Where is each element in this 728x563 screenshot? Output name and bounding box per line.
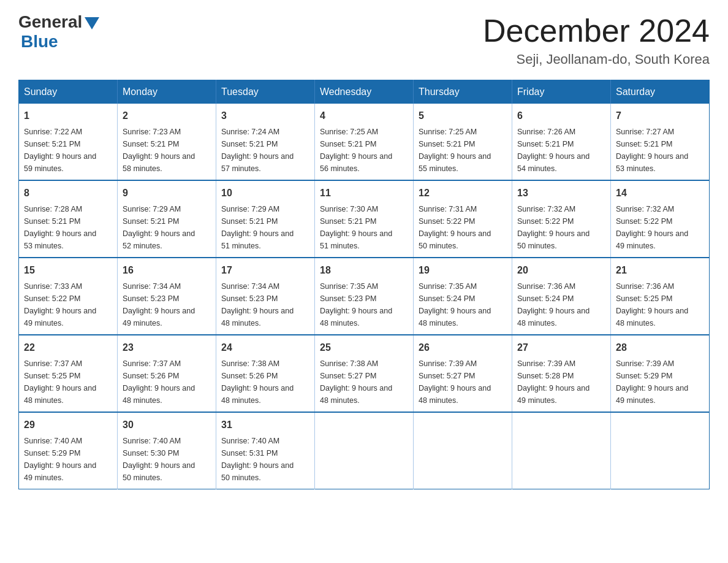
day-info: Sunrise: 7:29 AMSunset: 5:21 PMDaylight:…	[221, 203, 309, 252]
calendar-cell: 11Sunrise: 7:30 AMSunset: 5:21 PMDayligh…	[315, 180, 414, 258]
day-number: 21	[616, 263, 704, 278]
day-info: Sunrise: 7:28 AMSunset: 5:21 PMDaylight:…	[24, 203, 112, 252]
calendar-cell: 26Sunrise: 7:39 AMSunset: 5:27 PMDayligh…	[414, 335, 512, 412]
day-number: 1	[24, 109, 112, 123]
day-number: 24	[221, 340, 309, 355]
calendar-cell: 23Sunrise: 7:37 AMSunset: 5:26 PMDayligh…	[118, 335, 216, 412]
calendar-cell: 21Sunrise: 7:36 AMSunset: 5:25 PMDayligh…	[611, 258, 710, 335]
month-title: December 2024	[483, 12, 710, 49]
day-number: 19	[419, 263, 507, 278]
day-number: 6	[517, 109, 605, 123]
day-number: 11	[320, 186, 408, 201]
day-info: Sunrise: 7:34 AMSunset: 5:23 PMDaylight:…	[123, 280, 211, 329]
day-info: Sunrise: 7:25 AMSunset: 5:21 PMDaylight:…	[419, 126, 507, 175]
day-number: 26	[419, 340, 507, 355]
calendar-cell: 8Sunrise: 7:28 AMSunset: 5:21 PMDaylight…	[19, 180, 118, 258]
logo-blue-text: Blue	[21, 32, 58, 52]
calendar-cell: 29Sunrise: 7:40 AMSunset: 5:29 PMDayligh…	[19, 412, 118, 489]
day-number: 7	[616, 109, 704, 123]
calendar-cell: 19Sunrise: 7:35 AMSunset: 5:24 PMDayligh…	[414, 258, 512, 335]
day-info: Sunrise: 7:25 AMSunset: 5:21 PMDaylight:…	[320, 126, 408, 175]
day-number: 8	[24, 186, 112, 201]
day-number: 10	[221, 186, 309, 201]
calendar-cell: 18Sunrise: 7:35 AMSunset: 5:23 PMDayligh…	[315, 258, 414, 335]
day-number: 31	[221, 418, 309, 432]
day-info: Sunrise: 7:38 AMSunset: 5:27 PMDaylight:…	[320, 358, 408, 407]
logo: General Blue	[18, 12, 99, 52]
day-info: Sunrise: 7:23 AMSunset: 5:21 PMDaylight:…	[123, 126, 211, 175]
calendar-cell	[512, 412, 611, 489]
calendar-cell: 13Sunrise: 7:32 AMSunset: 5:22 PMDayligh…	[512, 180, 611, 258]
calendar-header-saturday: Saturday	[611, 80, 710, 104]
location-title: Seji, Jeollanam-do, South Korea	[483, 52, 710, 67]
calendar-cell: 2Sunrise: 7:23 AMSunset: 5:21 PMDaylight…	[118, 104, 216, 180]
day-number: 12	[419, 186, 507, 201]
day-info: Sunrise: 7:26 AMSunset: 5:21 PMDaylight:…	[517, 126, 605, 175]
day-info: Sunrise: 7:36 AMSunset: 5:24 PMDaylight:…	[517, 280, 605, 329]
calendar-cell: 22Sunrise: 7:37 AMSunset: 5:25 PMDayligh…	[19, 335, 118, 412]
day-info: Sunrise: 7:35 AMSunset: 5:24 PMDaylight:…	[419, 280, 507, 329]
calendar-table: SundayMondayTuesdayWednesdayThursdayFrid…	[18, 80, 710, 489]
day-number: 2	[123, 109, 211, 123]
day-number: 4	[320, 109, 408, 123]
calendar-cell: 20Sunrise: 7:36 AMSunset: 5:24 PMDayligh…	[512, 258, 611, 335]
day-number: 30	[123, 418, 211, 432]
day-number: 29	[24, 418, 112, 432]
day-info: Sunrise: 7:40 AMSunset: 5:31 PMDaylight:…	[221, 435, 309, 484]
calendar-cell: 17Sunrise: 7:34 AMSunset: 5:23 PMDayligh…	[216, 258, 315, 335]
day-info: Sunrise: 7:40 AMSunset: 5:29 PMDaylight:…	[24, 435, 112, 484]
day-number: 9	[123, 186, 211, 201]
calendar-cell: 12Sunrise: 7:31 AMSunset: 5:22 PMDayligh…	[414, 180, 512, 258]
day-info: Sunrise: 7:24 AMSunset: 5:21 PMDaylight:…	[221, 126, 309, 175]
calendar-cell: 1Sunrise: 7:22 AMSunset: 5:21 PMDaylight…	[19, 104, 118, 180]
calendar-header-wednesday: Wednesday	[315, 80, 414, 104]
day-info: Sunrise: 7:39 AMSunset: 5:29 PMDaylight:…	[616, 358, 704, 407]
day-info: Sunrise: 7:32 AMSunset: 5:22 PMDaylight:…	[616, 203, 704, 252]
day-info: Sunrise: 7:30 AMSunset: 5:21 PMDaylight:…	[320, 203, 408, 252]
calendar-cell: 14Sunrise: 7:32 AMSunset: 5:22 PMDayligh…	[611, 180, 710, 258]
calendar-cell: 16Sunrise: 7:34 AMSunset: 5:23 PMDayligh…	[118, 258, 216, 335]
calendar-cell: 3Sunrise: 7:24 AMSunset: 5:21 PMDaylight…	[216, 104, 315, 180]
calendar-cell: 7Sunrise: 7:27 AMSunset: 5:21 PMDaylight…	[611, 104, 710, 180]
day-number: 18	[320, 263, 408, 278]
day-info: Sunrise: 7:40 AMSunset: 5:30 PMDaylight:…	[123, 435, 211, 484]
calendar-cell: 10Sunrise: 7:29 AMSunset: 5:21 PMDayligh…	[216, 180, 315, 258]
calendar-cell: 6Sunrise: 7:26 AMSunset: 5:21 PMDaylight…	[512, 104, 611, 180]
calendar-cell	[315, 412, 414, 489]
calendar-cell: 31Sunrise: 7:40 AMSunset: 5:31 PMDayligh…	[216, 412, 315, 489]
logo-triangle-icon	[85, 17, 99, 29]
day-number: 15	[24, 263, 112, 278]
day-number: 25	[320, 340, 408, 355]
day-info: Sunrise: 7:32 AMSunset: 5:22 PMDaylight:…	[517, 203, 605, 252]
day-info: Sunrise: 7:35 AMSunset: 5:23 PMDaylight:…	[320, 280, 408, 329]
calendar-header-sunday: Sunday	[19, 80, 118, 104]
calendar-header-friday: Friday	[512, 80, 611, 104]
day-number: 17	[221, 263, 309, 278]
day-info: Sunrise: 7:37 AMSunset: 5:25 PMDaylight:…	[24, 358, 112, 407]
calendar-header-tuesday: Tuesday	[216, 80, 315, 104]
calendar-cell	[611, 412, 710, 489]
calendar-cell: 30Sunrise: 7:40 AMSunset: 5:30 PMDayligh…	[118, 412, 216, 489]
day-number: 23	[123, 340, 211, 355]
day-info: Sunrise: 7:22 AMSunset: 5:21 PMDaylight:…	[24, 126, 112, 175]
day-info: Sunrise: 7:33 AMSunset: 5:22 PMDaylight:…	[24, 280, 112, 329]
day-number: 13	[517, 186, 605, 201]
calendar-cell: 4Sunrise: 7:25 AMSunset: 5:21 PMDaylight…	[315, 104, 414, 180]
day-number: 14	[616, 186, 704, 201]
day-number: 27	[517, 340, 605, 355]
calendar-cell: 28Sunrise: 7:39 AMSunset: 5:29 PMDayligh…	[611, 335, 710, 412]
calendar-header-thursday: Thursday	[414, 80, 512, 104]
day-info: Sunrise: 7:39 AMSunset: 5:27 PMDaylight:…	[419, 358, 507, 407]
day-info: Sunrise: 7:34 AMSunset: 5:23 PMDaylight:…	[221, 280, 309, 329]
day-number: 5	[419, 109, 507, 123]
calendar-cell: 9Sunrise: 7:29 AMSunset: 5:21 PMDaylight…	[118, 180, 216, 258]
day-info: Sunrise: 7:36 AMSunset: 5:25 PMDaylight:…	[616, 280, 704, 329]
day-number: 3	[221, 109, 309, 123]
day-number: 22	[24, 340, 112, 355]
calendar-cell: 25Sunrise: 7:38 AMSunset: 5:27 PMDayligh…	[315, 335, 414, 412]
calendar-cell	[414, 412, 512, 489]
title-section: December 2024 Seji, Jeollanam-do, South …	[483, 12, 710, 67]
day-info: Sunrise: 7:27 AMSunset: 5:21 PMDaylight:…	[616, 126, 704, 175]
day-info: Sunrise: 7:29 AMSunset: 5:21 PMDaylight:…	[123, 203, 211, 252]
day-number: 16	[123, 263, 211, 278]
